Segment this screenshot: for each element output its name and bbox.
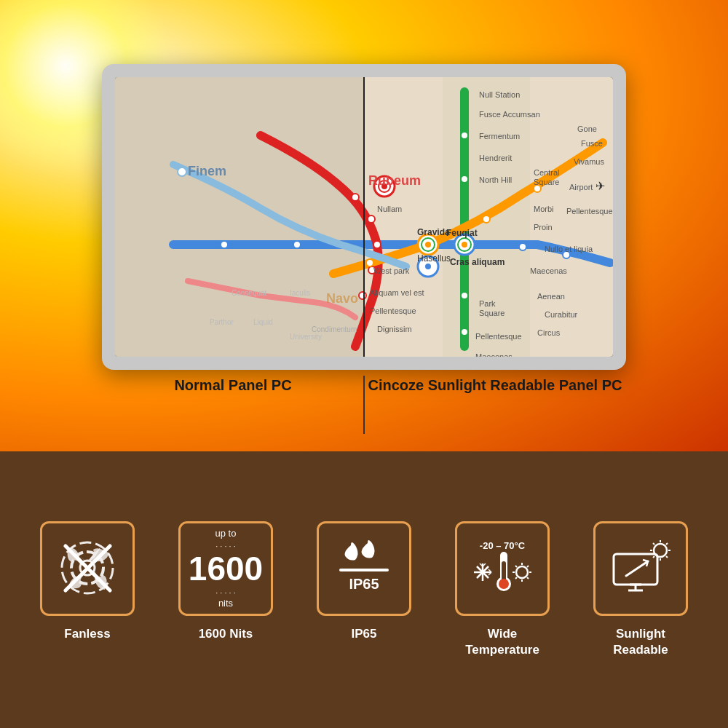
nits-dots-bottom: · · · · · [215, 588, 236, 597]
svg-text:Maecenas: Maecenas [475, 352, 513, 357]
nits-content: up to · · · · · 1600 · · · · · nits [189, 529, 263, 609]
bottom-section: Fanless up to · · · · · 1600 · · · · · n… [0, 451, 728, 728]
svg-text:Gone: Gone [577, 124, 597, 133]
svg-line-112 [527, 577, 529, 579]
svg-point-17 [461, 328, 468, 336]
svg-text:Hendrerit: Hendrerit [479, 154, 512, 162]
svg-text:Pellentesque: Pellentesque [370, 306, 416, 315]
label-normal-panel: Normal Panel PC [102, 376, 364, 395]
label-sunlight-panel: Cincoze Sunlight Readable Panel PC [364, 376, 626, 395]
svg-point-20 [483, 215, 490, 223]
svg-point-10 [373, 241, 381, 248]
svg-text:Nullam: Nullam [377, 205, 402, 213]
svg-text:Maecenas: Maecenas [530, 266, 567, 275]
svg-text:Nullo et liquia: Nullo et liquia [545, 245, 593, 253]
svg-text:Liquid: Liquid [253, 318, 273, 326]
svg-point-18 [366, 259, 373, 266]
feature-nits: up to · · · · · 1600 · · · · · nits 1600… [167, 521, 284, 642]
svg-point-6 [519, 243, 526, 250]
svg-text:Dignissim: Dignissim [377, 325, 412, 333]
svg-point-4 [293, 241, 301, 248]
center-divider [363, 376, 365, 434]
svg-point-24 [425, 242, 431, 248]
svg-point-95 [499, 579, 509, 589]
nits-label: 1600 Nits [199, 626, 253, 642]
svg-point-16 [461, 292, 468, 299]
monitor: Finem Aliquam Aliquam Aliquam Sagittis D… [102, 64, 626, 370]
temp-label: WideTemperature [465, 626, 539, 658]
svg-line-124 [653, 556, 654, 558]
svg-text:Park: Park [479, 299, 496, 308]
svg-line-123 [666, 543, 668, 545]
svg-text:Circus: Circus [537, 328, 561, 337]
nits-number: 1600 [189, 552, 263, 585]
feature-fanless: Fanless [29, 521, 146, 642]
svg-text:West park: West park [373, 266, 410, 275]
svg-line-122 [653, 543, 654, 545]
svg-point-13 [461, 132, 468, 139]
svg-point-9 [368, 215, 375, 223]
fanless-icon-box [40, 521, 135, 616]
svg-line-109 [515, 566, 517, 567]
svg-text:Airport: Airport [569, 183, 593, 191]
nits-icon-box: up to · · · · · 1600 · · · · · nits [178, 521, 273, 616]
svg-text:Square: Square [534, 178, 559, 186]
ip65-icon: IP65 [335, 539, 393, 598]
svg-point-27 [462, 242, 467, 248]
svg-text:Cras aliquam: Cras aliquam [450, 257, 505, 267]
svg-text:Iaculis: Iaculis [290, 289, 310, 297]
screen: Finem Aliquam Aliquam Aliquam Sagittis D… [115, 77, 613, 357]
svg-text:Finem: Finem [188, 164, 226, 178]
svg-text:Pellentesque: Pellentesque [566, 207, 613, 215]
feature-temp: -20 – 70°C [444, 521, 561, 658]
svg-rect-94 [502, 561, 506, 582]
svg-text:Curabitur: Curabitur [545, 310, 578, 319]
svg-point-117 [654, 544, 667, 557]
svg-text:Morbi: Morbi [534, 205, 554, 213]
nits-up-to: up to [189, 529, 263, 539]
monitor-labels: Normal Panel PC Cincoze Sunlight Readabl… [102, 376, 626, 395]
svg-text:✈: ✈ [596, 180, 605, 192]
svg-text:Square: Square [479, 309, 505, 317]
feature-ip65: IP65 IP65 [306, 521, 422, 642]
sunlight-icon [608, 536, 673, 601]
svg-text:University: University [290, 333, 322, 341]
fanless-icon [57, 537, 119, 599]
features-row: Fanless up to · · · · · 1600 · · · · · n… [29, 521, 699, 658]
svg-line-110 [527, 566, 529, 567]
temp-icon-box: -20 – 70°C [455, 521, 550, 616]
ip65-icon-box: IP65 [317, 521, 411, 616]
svg-text:Null Station: Null Station [479, 90, 520, 99]
svg-line-125 [666, 556, 668, 558]
svg-text:North Hill: North Hill [479, 175, 512, 184]
svg-text:Central: Central [534, 168, 559, 177]
svg-text:-20 – 70°C: -20 – 70°C [480, 540, 526, 551]
svg-text:Fusce Accumsan: Fusce Accumsan [479, 110, 540, 119]
svg-point-29 [425, 264, 431, 269]
svg-text:Navo: Navo [326, 291, 358, 306]
svg-text:Pellentesque: Pellentesque [475, 332, 522, 341]
svg-text:Aliquam vel est: Aliquam vel est [370, 288, 424, 297]
svg-text:Parthor: Parthor [210, 318, 234, 326]
svg-text:Gravida: Gravida [417, 227, 450, 237]
ip65-label: IP65 [352, 626, 377, 642]
svg-point-14 [461, 175, 468, 183]
svg-point-34 [178, 167, 186, 176]
top-section: Finem Aliquam Aliquam Aliquam Sagittis D… [0, 0, 728, 451]
monitor-wrapper: Finem Aliquam Aliquam Aliquam Sagittis D… [102, 64, 626, 395]
svg-rect-1 [115, 77, 364, 357]
svg-point-12 [359, 292, 366, 299]
svg-text:Consequat: Consequat [232, 289, 267, 297]
sunlight-icon-box [593, 521, 688, 616]
svg-text:Aenean: Aenean [537, 292, 565, 301]
nits-unit: nits [189, 598, 263, 609]
sunlight-label: SunlightReadable [613, 626, 668, 658]
svg-text:Hasellus: Hasellus [417, 253, 451, 264]
svg-text:Feuqiat: Feuqiat [446, 228, 478, 238]
svg-point-104 [516, 566, 528, 578]
fanless-label: Fanless [64, 626, 110, 642]
svg-text:Vivamus: Vivamus [574, 157, 604, 166]
svg-line-126 [626, 561, 648, 576]
svg-line-111 [515, 577, 517, 579]
feature-sunlight: SunlightReadable [582, 521, 699, 658]
